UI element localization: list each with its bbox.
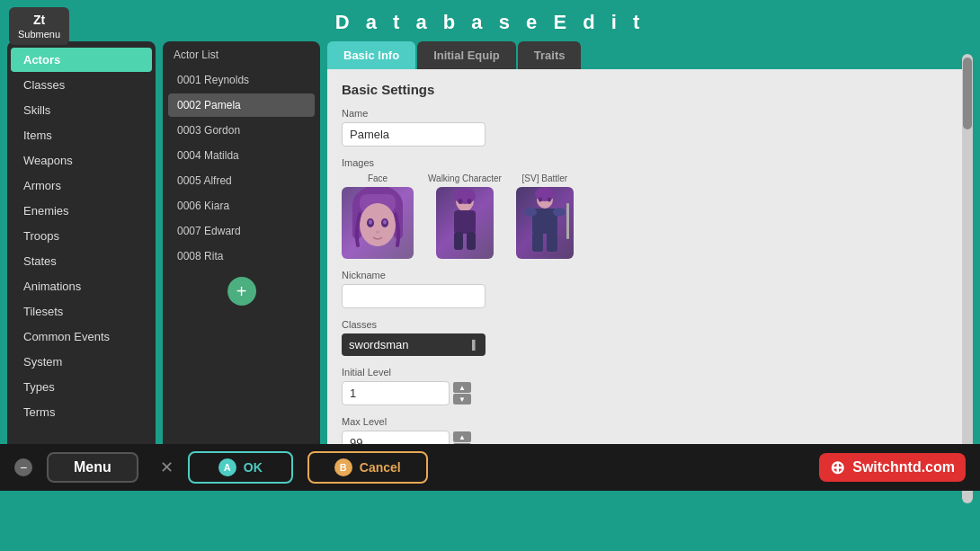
- svg-rect-12: [454, 210, 476, 234]
- initial-level-down-button[interactable]: ▼: [453, 394, 471, 404]
- svg-point-15: [458, 199, 462, 204]
- sv-label: [SV] Battler: [522, 173, 568, 183]
- cancel-label: Cancel: [360, 460, 401, 475]
- sv-svg: [516, 187, 574, 259]
- walking-svg: [436, 187, 494, 259]
- face-svg: [342, 187, 414, 259]
- face-label: Face: [368, 173, 388, 183]
- name-label: Name: [342, 108, 958, 119]
- classes-label: Classes: [342, 319, 958, 330]
- sv-image[interactable]: [516, 187, 574, 259]
- svg-point-18: [535, 187, 555, 201]
- cancel-icon: B: [334, 458, 352, 476]
- add-actor-button[interactable]: +: [227, 277, 256, 306]
- sidebar-item-armors[interactable]: Armors: [11, 173, 152, 198]
- list-item[interactable]: 0007 Edward: [168, 219, 315, 243]
- svg-rect-23: [547, 232, 557, 252]
- sidebar-item-terms[interactable]: Terms: [11, 400, 152, 424]
- initial-level-field-group: Initial Level ▲ ▼: [342, 367, 958, 405]
- svg-point-21: [553, 208, 566, 217]
- nickname-field-group: Nickname: [342, 270, 958, 308]
- ok-button[interactable]: A OK: [188, 451, 293, 484]
- submenu-icon: Zt: [33, 13, 45, 27]
- sidebar: Actors Classes Skills Items Weapons Armo…: [7, 41, 156, 491]
- classes-select[interactable]: swordsman ▌: [342, 333, 486, 356]
- content-panel: Basic Info Initial Equip Traits Basic Se…: [327, 41, 973, 491]
- face-image[interactable]: [342, 187, 414, 259]
- sidebar-item-skills[interactable]: Skills: [11, 98, 152, 122]
- svg-point-16: [467, 199, 471, 204]
- minus-button[interactable]: −: [14, 458, 32, 476]
- scrollbar-thumb[interactable]: [963, 58, 972, 129]
- brand-text: Switchntd.com: [852, 459, 955, 475]
- list-item[interactable]: 0002 Pamela: [168, 93, 315, 117]
- images-label: Images: [342, 157, 958, 168]
- x-indicator: ✕: [160, 458, 174, 477]
- initial-level-label: Initial Level: [342, 367, 958, 378]
- svg-rect-26: [566, 203, 569, 239]
- classes-field-group: Classes swordsman ▌: [342, 319, 958, 356]
- sidebar-item-weapons[interactable]: Weapons: [11, 148, 152, 173]
- svg-rect-22: [532, 232, 543, 252]
- submenu-label: Submenu: [18, 29, 60, 40]
- svg-point-20: [524, 208, 537, 217]
- switch-logo-icon: ⊕: [830, 457, 845, 478]
- ok-icon: A: [218, 458, 236, 476]
- menu-button[interactable]: Menu: [47, 452, 138, 483]
- initial-level-up-button[interactable]: ▲: [453, 382, 471, 393]
- nickname-input[interactable]: [342, 284, 486, 308]
- cancel-button[interactable]: B Cancel: [307, 451, 428, 484]
- list-item[interactable]: 0004 Matilda: [168, 144, 315, 167]
- sidebar-item-types[interactable]: Types: [11, 375, 152, 399]
- header: Zt Submenu D a t a b a s e E d i t: [0, 0, 980, 41]
- brand-area: ⊕ Switchntd.com: [819, 453, 966, 482]
- sidebar-item-classes[interactable]: Classes: [11, 73, 152, 97]
- max-level-up-button[interactable]: ▲: [453, 431, 471, 442]
- tab-bar: Basic Info Initial Equip Traits: [327, 41, 973, 69]
- initial-level-spinner: ▲ ▼: [453, 382, 471, 404]
- list-item[interactable]: 0006 Kiara: [168, 194, 315, 218]
- face-image-col: Face: [342, 173, 414, 259]
- svg-point-9: [376, 231, 379, 234]
- tab-basic-info[interactable]: Basic Info: [327, 41, 415, 69]
- sidebar-item-enemies[interactable]: Enemies: [11, 199, 152, 223]
- sidebar-item-tilesets[interactable]: Tilesets: [11, 299, 152, 324]
- initial-level-input[interactable]: [342, 381, 450, 405]
- select-caret-icon: ▌: [472, 340, 478, 350]
- max-level-label: Max Level: [342, 416, 958, 427]
- images-section: Images Face: [342, 157, 958, 259]
- sidebar-item-animations[interactable]: Animations: [11, 274, 152, 298]
- sidebar-item-troops[interactable]: Troops: [11, 224, 152, 248]
- sidebar-item-system[interactable]: System: [11, 350, 152, 374]
- svg-point-25: [548, 198, 551, 202]
- svg-point-24: [539, 198, 542, 202]
- svg-point-8: [383, 220, 387, 225]
- list-item[interactable]: 0005 Alfred: [168, 169, 315, 192]
- sidebar-item-actors[interactable]: Actors: [11, 48, 152, 72]
- scrollbar[interactable]: [962, 54, 973, 503]
- settings-column: Basic Settings Name Images Face: [342, 82, 958, 478]
- content-area: Basic Settings Name Images Face: [327, 69, 973, 491]
- menu-label: Menu: [74, 459, 111, 475]
- actor-list-panel: Actor List 0001 Reynolds 0002 Pamela 000…: [163, 41, 320, 491]
- sidebar-item-items[interactable]: Items: [11, 123, 152, 147]
- list-item[interactable]: 0001 Reynolds: [168, 68, 315, 92]
- tab-initial-equip[interactable]: Initial Equip: [417, 41, 516, 69]
- svg-point-7: [369, 220, 372, 225]
- images-row: Face: [342, 173, 958, 259]
- list-item[interactable]: 0008 Rita: [168, 244, 315, 268]
- svg-point-11: [454, 188, 476, 204]
- initial-level-row: ▲ ▼: [342, 381, 958, 405]
- name-field-group: Name: [342, 108, 958, 147]
- walking-image[interactable]: [436, 187, 494, 259]
- sidebar-item-common-events[interactable]: Common Events: [11, 324, 152, 349]
- name-input[interactable]: [342, 122, 486, 147]
- sidebar-item-states[interactable]: States: [11, 249, 152, 273]
- classes-value: swordsman: [349, 338, 408, 351]
- submenu-button[interactable]: Zt Submenu: [9, 7, 69, 45]
- svg-rect-14: [467, 232, 476, 250]
- walking-image-col: Walking Character: [428, 173, 502, 259]
- list-item[interactable]: 0003 Gordon: [168, 119, 315, 142]
- tab-traits[interactable]: Traits: [518, 41, 582, 69]
- actor-list-title: Actor List: [168, 49, 315, 61]
